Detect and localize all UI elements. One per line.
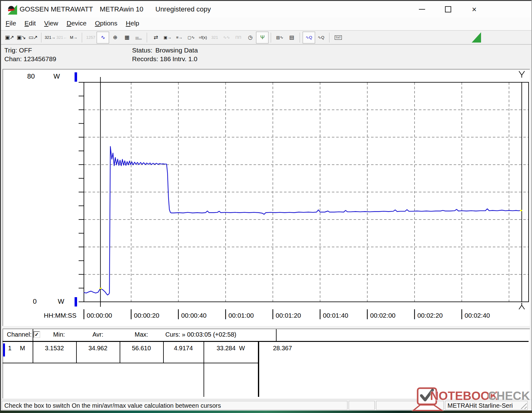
title-brand: GOSSEN METRAWATT — [20, 5, 93, 13]
monitor-display-button[interactable]: ▢∿ — [185, 32, 197, 43]
chart-view-button[interactable]: ∿ — [97, 32, 109, 43]
read-device-icon: 321→ — [45, 35, 56, 40]
channel-marker-top — [75, 72, 77, 82]
histogram-view-button: ▅▂ — [133, 32, 144, 43]
send-device-button: 321← — [56, 32, 68, 43]
chart-view-icon: ∿ — [101, 34, 105, 41]
power-curve — [84, 147, 521, 295]
screen: GOSSEN METRAWATT METRAwin 10 Unregistere… — [0, 0, 532, 413]
toolbar-separator — [329, 33, 330, 43]
cursor2-curve-intersection — [520, 210, 522, 211]
annotation-button[interactable]: TXT — [332, 32, 344, 43]
read-memory-button[interactable]: M→ — [68, 32, 80, 43]
print-icon: ▤ — [289, 34, 294, 41]
transfer-config-button[interactable]: ⇄ — [150, 32, 162, 43]
channel-column-header: Channel: — [7, 331, 32, 338]
cursor1-value: 4.9174 — [163, 345, 204, 352]
export-file-button[interactable]: ▣→ — [162, 32, 173, 43]
status-value: Browsing Data — [155, 47, 198, 54]
save-file-icon: ▣↘ — [17, 34, 25, 41]
clock-button[interactable]: ◷ — [244, 32, 256, 43]
min-value: 3.1532 — [33, 345, 76, 352]
status-empty-segment — [349, 401, 375, 410]
y-max-label: 80 — [27, 72, 35, 80]
minimize-button[interactable] — [415, 3, 429, 15]
title-app-name: METRAwin 10 — [100, 5, 143, 13]
menu-help[interactable]: Help — [126, 20, 139, 27]
table-view-icon: ▦ — [124, 34, 129, 41]
print-button[interactable]: ▤ — [286, 32, 297, 43]
toolbar-separator — [41, 33, 42, 43]
menu-view[interactable]: View — [44, 20, 58, 27]
y-min-label: 0 — [33, 297, 37, 305]
power-chart[interactable]: 80W0WHH:MM:SS00:00:0000:00:2000:00:4000:… — [2, 69, 530, 326]
trigger-status: Trig: OFF — [4, 47, 32, 54]
cursor2-bottom-marker[interactable] — [519, 303, 525, 309]
export-file-icon: ▣→ — [163, 35, 171, 40]
channel-marker-bottom — [75, 297, 77, 306]
formula-icon: =f(x) — [199, 35, 207, 40]
table-grid-line — [276, 329, 277, 341]
table-view-button[interactable]: ▦ — [121, 32, 133, 43]
zoom-in-icon: ∿Q — [305, 35, 312, 40]
checkmark-icon: ✓ — [34, 332, 39, 338]
monitor-display-icon: ▢∿ — [187, 35, 195, 40]
menu-bar: FileEditViewDeviceOptionsHelp — [1, 17, 531, 30]
notebookcheck-watermark: NOTEBOOK CHECK — [411, 387, 532, 413]
channel-number[interactable]: 1 — [8, 345, 11, 352]
window-border-left — [0, 0, 1, 411]
chart-panel: 80W0WHH:MM:SS00:00:0000:00:2000:00:4000:… — [2, 69, 530, 326]
maximize-button[interactable] — [441, 3, 455, 15]
x-tick-label: 00:01:20 — [276, 312, 301, 319]
read-device-button[interactable]: 321→ — [44, 32, 56, 43]
max-value: 56.610 — [120, 345, 163, 352]
menu-device[interactable]: Device — [66, 20, 86, 27]
print-preview-button[interactable]: ▤∿ — [274, 32, 286, 43]
formula-button[interactable]: =f(x) — [197, 32, 209, 43]
channel-status: Chan: 123456789 — [4, 55, 56, 63]
analog-meter-button[interactable]: ⊕ — [109, 32, 121, 43]
y-unit-top-label: W — [53, 72, 60, 80]
x-tick-label: 00:01:00 — [228, 312, 254, 319]
numeric-display-icon: 1257 — [86, 35, 95, 40]
toolbar-separator — [82, 33, 83, 43]
x-tick-label: 00:02:20 — [417, 312, 443, 319]
x-tick-label: 00:00:40 — [181, 312, 207, 319]
export-list-button[interactable]: ≡→ — [173, 32, 185, 43]
toolbar-separator — [147, 33, 148, 43]
title-bar: GOSSEN METRAWATT METRAwin 10 Unregistere… — [1, 1, 531, 17]
logger-icon: Ψ — [260, 34, 264, 41]
logger-button[interactable]: Ψ — [256, 32, 268, 43]
zoom-in-button[interactable]: ∿Q — [303, 32, 315, 43]
read-memory-icon: M→ — [70, 35, 77, 40]
close-icon: × — [472, 5, 476, 13]
min-column-header: Min: — [42, 331, 76, 338]
open-file-icon: ▭↗ — [29, 34, 37, 41]
header-divider — [2, 341, 529, 342]
channel1-color-marker — [3, 343, 5, 356]
compare-curves-button: ∿∿ — [221, 32, 232, 43]
pulse-view-button: ΠΠ — [232, 32, 244, 43]
delta-value: 28.367 — [259, 345, 306, 352]
minmax-checkbox[interactable]: ✓ — [34, 331, 40, 338]
device-display-icon: 321 — [211, 35, 218, 40]
open-file-button[interactable]: ▭↗ — [27, 32, 39, 43]
cursor1-curve-intersection — [99, 288, 102, 289]
zoom-out-button[interactable]: ∿Q — [315, 32, 327, 43]
save-as-button[interactable]: ▣↗ — [3, 32, 15, 43]
numeric-display-button: 1257 — [85, 32, 97, 43]
menu-edit[interactable]: Edit — [25, 20, 36, 27]
menu-options[interactable]: Options — [95, 20, 117, 27]
menu-file[interactable]: File — [6, 20, 16, 27]
cursor-column-header: Curs: » 00:03:05 (+02:58) — [165, 331, 236, 338]
y-axis-ticks — [79, 96, 84, 288]
close-button[interactable]: × — [467, 3, 481, 15]
cursor2-top-marker[interactable] — [519, 71, 525, 78]
app-logo-icon — [7, 3, 18, 15]
maximize-icon — [445, 6, 451, 12]
x-tick-label: 00:00:00 — [87, 312, 112, 319]
avr-column-header: Avr: — [76, 331, 120, 338]
gridlines — [84, 82, 529, 302]
toolbar: ▣↗▣↘▭↗321→321←M→1257∿⊕▦▅▂⇄▣→≡→▢∿=f(x)321… — [1, 30, 531, 45]
save-file-button[interactable]: ▣↘ — [15, 32, 27, 43]
